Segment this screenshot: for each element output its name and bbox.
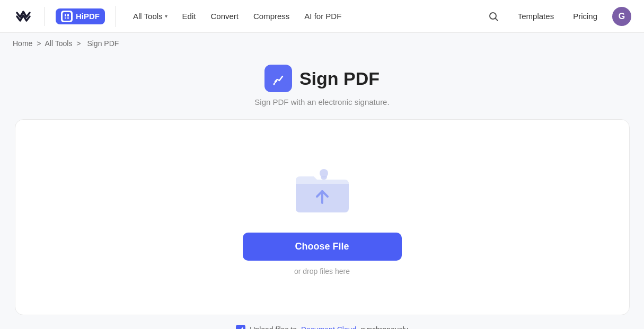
chevron-down-icon: ▾ bbox=[165, 13, 167, 19]
page-title: Sign PDF bbox=[299, 68, 380, 89]
hipdf-logo[interactable]: HiPDF bbox=[56, 8, 105, 24]
breadcrumb-all-tools[interactable]: All Tools bbox=[45, 39, 73, 48]
svg-point-6 bbox=[273, 84, 275, 85]
main-nav: All Tools ▾ Edit Convert Compress AI for… bbox=[127, 7, 484, 25]
breadcrumb: Home > All Tools > Sign PDF bbox=[0, 33, 644, 54]
svg-rect-5 bbox=[270, 70, 287, 87]
sign-pdf-icon bbox=[264, 65, 292, 92]
divider bbox=[45, 7, 45, 26]
svg-rect-2 bbox=[65, 16, 69, 17]
document-cloud-link[interactable]: Document Cloud bbox=[301, 325, 356, 329]
page-header: Sign PDF bbox=[264, 65, 380, 92]
nav-right: Templates Pricing G bbox=[484, 7, 631, 26]
wondershare-logo[interactable] bbox=[13, 6, 34, 27]
page-subtitle: Sign PDF with an electronic signature. bbox=[254, 97, 389, 106]
choose-file-button[interactable]: Choose File bbox=[243, 233, 402, 261]
svg-point-7 bbox=[320, 169, 328, 177]
main-content: Sign PDF Sign PDF with an electronic sig… bbox=[0, 54, 644, 329]
folder-upload-icon bbox=[290, 165, 354, 220]
logo-area: HiPDF bbox=[13, 6, 116, 27]
hipdf-label: HiPDF bbox=[76, 12, 100, 21]
upload-area: Choose File or drop files here bbox=[15, 119, 630, 315]
breadcrumb-current: Sign PDF bbox=[87, 39, 119, 48]
header: HiPDF All Tools ▾ Edit Convert Compress … bbox=[0, 0, 644, 33]
pricing-link[interactable]: Pricing bbox=[569, 10, 602, 23]
breadcrumb-separator-2: > bbox=[76, 39, 81, 48]
nav-all-tools[interactable]: All Tools ▾ bbox=[127, 7, 174, 25]
upload-text-before: Upload files to bbox=[250, 325, 297, 329]
avatar[interactable]: G bbox=[612, 7, 631, 26]
svg-line-4 bbox=[495, 18, 498, 21]
breadcrumb-home[interactable]: Home bbox=[13, 39, 32, 48]
nav-ai-for-pdf[interactable]: AI for PDF bbox=[298, 7, 348, 25]
breadcrumb-separator-1: > bbox=[37, 39, 41, 48]
nav-compress[interactable]: Compress bbox=[247, 7, 296, 25]
templates-link[interactable]: Templates bbox=[514, 10, 558, 23]
nav-convert[interactable]: Convert bbox=[204, 7, 245, 25]
hipdf-icon bbox=[61, 11, 73, 22]
nav-edit[interactable]: Edit bbox=[176, 7, 202, 25]
upload-text-after: synchronously bbox=[360, 325, 408, 329]
search-button[interactable] bbox=[484, 7, 503, 26]
drop-hint-text: or drop files here bbox=[294, 267, 350, 275]
upload-sync-option: Upload files to Document Cloud synchrono… bbox=[236, 325, 408, 329]
sync-checkbox[interactable] bbox=[236, 325, 245, 329]
